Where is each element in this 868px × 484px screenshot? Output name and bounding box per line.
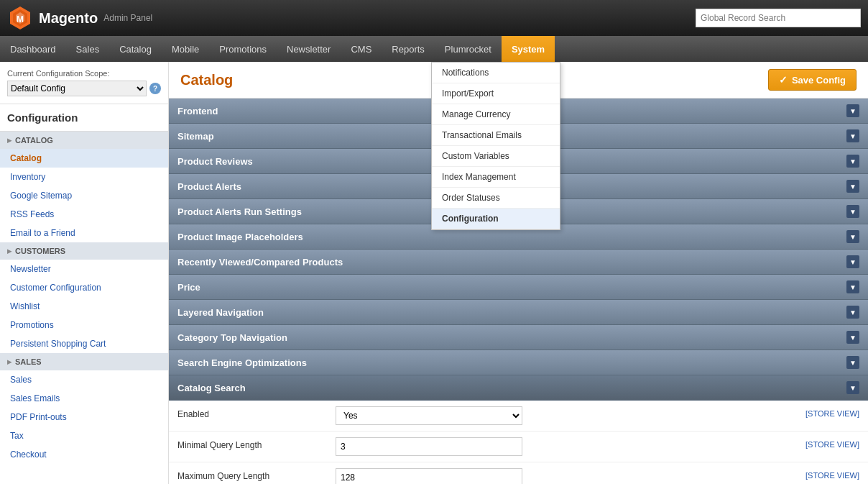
scope-help-icon[interactable]: ? — [149, 83, 161, 94]
form-label-enabled: Enabled — [177, 406, 336, 419]
form-row-min-query: Minimal Query Length [STORE VIEW] — [169, 432, 868, 462]
sidebar-link-sales-emails[interactable]: Sales Emails — [0, 389, 168, 408]
section-sitemap-chevron: ▼ — [846, 129, 859, 142]
section-recently-viewed-label: Recently Viewed/Compared Products — [177, 257, 343, 268]
nav-dashboard[interactable]: Dashboard — [0, 36, 66, 62]
section-product-alerts-label: Product Alerts — [177, 181, 241, 192]
section-seo-label: Search Engine Optimizations — [177, 357, 307, 368]
dropdown-order-statuses[interactable]: Order Statuses — [432, 188, 560, 209]
sidebar-link-pdf-printouts[interactable]: PDF Print-outs — [0, 408, 168, 426]
form-label-min-query: Minimal Query Length — [177, 437, 336, 450]
page-title: Catalog — [180, 72, 233, 88]
dropdown-manage-currency[interactable]: Manage Currency — [432, 104, 560, 125]
nav-system[interactable]: System — [502, 36, 555, 62]
form-field-max-query — [336, 468, 794, 484]
form-label-max-query: Maximum Query Length — [177, 468, 336, 481]
nav-cms[interactable]: CMS — [341, 36, 382, 62]
scope-label: Current Configuration Scope: — [7, 69, 161, 78]
section-product-alerts-run-chevron: ▼ — [846, 205, 859, 218]
min-query-store-view[interactable]: [STORE VIEW] — [805, 437, 859, 449]
section-product-alerts-chevron: ▼ — [846, 180, 859, 193]
max-query-store-view[interactable]: [STORE VIEW] — [805, 468, 859, 480]
nav-newsletter[interactable]: Newsletter — [277, 36, 341, 62]
dropdown-configuration[interactable]: Configuration — [432, 209, 560, 229]
svg-text:M: M — [17, 14, 24, 24]
sidebar-config-title: Configuration — [0, 104, 168, 132]
navbar: Dashboard Sales Catalog Mobile Promotion… — [0, 36, 868, 62]
nav-sales[interactable]: Sales — [66, 36, 110, 62]
sidebar-section-sales[interactable]: SALES — [0, 353, 168, 370]
nav-promotions[interactable]: Promotions — [209, 36, 277, 62]
global-search-input[interactable] — [696, 9, 861, 27]
magento-logo-icon: M — [7, 5, 33, 31]
dropdown-index-management[interactable]: Index Management — [432, 167, 560, 188]
sidebar-link-tax[interactable]: Tax — [0, 426, 168, 445]
nav-catalog[interactable]: Catalog — [109, 36, 162, 62]
section-catalog-search[interactable]: Catalog Search ▼ — [169, 375, 868, 401]
nav-mobile[interactable]: Mobile — [162, 36, 209, 62]
sidebar-link-sales[interactable]: Sales — [0, 370, 168, 389]
section-product-image-chevron: ▼ — [846, 230, 859, 243]
header: M Magento Admin Panel — [0, 0, 868, 36]
section-product-reviews-label: Product Reviews — [177, 156, 253, 167]
form-row-enabled: Enabled Yes No [STORE VIEW] — [169, 401, 868, 432]
dropdown-notifications[interactable]: Notifications — [432, 63, 560, 83]
section-product-image-label: Product Image Placeholders — [177, 232, 303, 242]
section-frontend-label: Frontend — [177, 106, 218, 117]
nav-plumrocket[interactable]: Plumrocket — [435, 36, 502, 62]
section-frontend-chevron: ▼ — [846, 104, 859, 117]
section-category-nav-chevron: ▼ — [846, 331, 859, 344]
section-recently-viewed-chevron: ▼ — [846, 255, 859, 268]
save-config-button[interactable]: Save Config — [768, 69, 857, 91]
sidebar-link-inventory[interactable]: Inventory — [0, 168, 168, 186]
section-layered-nav[interactable]: Layered Navigation ▼ — [169, 300, 868, 325]
logo-title: Magento — [39, 10, 98, 27]
nav-reports[interactable]: Reports — [382, 36, 435, 62]
section-price-chevron: ▼ — [846, 280, 859, 293]
section-price-label: Price — [177, 282, 200, 293]
sidebar-link-catalog[interactable]: Catalog — [0, 149, 168, 168]
sidebar-link-checkout[interactable]: Checkout — [0, 445, 168, 464]
catalog-search-content: Enabled Yes No [STORE VIEW] Minimal Quer… — [169, 401, 868, 484]
section-seo-chevron: ▼ — [846, 356, 859, 369]
logo-area: M Magento Admin Panel — [7, 5, 152, 31]
scope-area: Current Configuration Scope: Default Con… — [0, 62, 168, 104]
sidebar-link-email-friend[interactable]: Email to a Friend — [0, 224, 168, 242]
section-layered-nav-label: Layered Navigation — [177, 307, 264, 318]
section-catalog-search-chevron: ▼ — [846, 381, 859, 394]
form-row-max-query: Maximum Query Length [STORE VIEW] — [169, 462, 868, 484]
section-category-nav[interactable]: Category Top Navigation ▼ — [169, 325, 868, 350]
section-price[interactable]: Price ▼ — [169, 275, 868, 300]
form-field-min-query — [336, 437, 794, 456]
section-catalog-search-label: Catalog Search — [177, 383, 246, 393]
section-seo[interactable]: Search Engine Optimizations ▼ — [169, 350, 868, 375]
logo-subtitle: Admin Panel — [103, 13, 152, 23]
dropdown-custom-variables[interactable]: Custom Variables — [432, 146, 560, 167]
sidebar-link-wishlist[interactable]: Wishlist — [0, 297, 168, 316]
form-field-enabled: Yes No — [336, 406, 794, 425]
sidebar-link-newsletter[interactable]: Newsletter — [0, 260, 168, 278]
section-product-alerts-run-label: Product Alerts Run Settings — [177, 206, 302, 217]
system-dropdown: Notifications Import/Export Manage Curre… — [431, 62, 560, 230]
sidebar-link-rss-feeds[interactable]: RSS Feeds — [0, 205, 168, 224]
sidebar-section-customers[interactable]: CUSTOMERS — [0, 242, 168, 260]
sidebar: Current Configuration Scope: Default Con… — [0, 62, 169, 484]
sidebar-link-promotions[interactable]: Promotions — [0, 316, 168, 334]
dropdown-import-export[interactable]: Import/Export — [432, 83, 560, 104]
max-query-input[interactable] — [336, 468, 522, 484]
min-query-input[interactable] — [336, 437, 522, 456]
sidebar-link-persistent-cart[interactable]: Persistent Shopping Cart — [0, 334, 168, 353]
section-product-reviews-chevron: ▼ — [846, 155, 859, 168]
section-sitemap-label: Sitemap — [177, 131, 214, 142]
section-layered-nav-chevron: ▼ — [846, 306, 859, 319]
enabled-store-view[interactable]: [STORE VIEW] — [805, 406, 859, 418]
scope-select[interactable]: Default Config — [7, 81, 147, 96]
enabled-select[interactable]: Yes No — [336, 406, 522, 425]
section-category-nav-label: Category Top Navigation — [177, 332, 287, 343]
sidebar-section-catalog[interactable]: CATALOG — [0, 132, 168, 149]
sidebar-link-google-sitemap[interactable]: Google Sitemap — [0, 186, 168, 205]
dropdown-transactional-emails[interactable]: Transactional Emails — [432, 125, 560, 146]
section-recently-viewed[interactable]: Recently Viewed/Compared Products ▼ — [169, 250, 868, 275]
scope-select-wrap: Default Config ? — [7, 81, 161, 96]
sidebar-link-customer-config[interactable]: Customer Configuration — [0, 278, 168, 297]
